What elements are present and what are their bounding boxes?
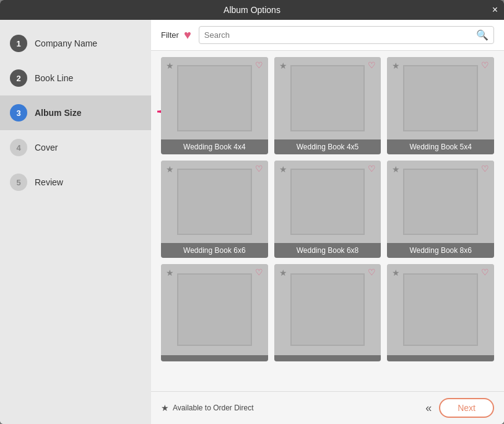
- search-input[interactable]: [204, 30, 476, 40]
- album-card-5[interactable]: ★ ♡ Wedding Book 8x6: [387, 161, 494, 258]
- step-circle-1: 1: [10, 35, 27, 52]
- album-grid: ★ ♡ Wedding Book 4x4 ★ ♡ Wedding Book 4x…: [151, 51, 504, 391]
- card-heart-7[interactable]: ♡: [368, 267, 376, 277]
- search-icon[interactable]: 🔍: [476, 29, 489, 41]
- card-star-7[interactable]: ★: [279, 268, 287, 278]
- card-star-3[interactable]: ★: [166, 164, 174, 174]
- available-star-icon: ★: [161, 403, 169, 413]
- next-button[interactable]: Next: [439, 398, 494, 418]
- card-label-4: Wedding Book 6x8: [274, 243, 381, 258]
- title-bar: Album Options ×: [0, 0, 504, 20]
- album-card-8[interactable]: ★ ♡: [387, 264, 494, 361]
- heart-filter-icon[interactable]: ♥: [184, 28, 191, 42]
- sidebar-label-3: Album Size: [35, 108, 81, 118]
- step-circle-3: 3: [10, 104, 27, 121]
- footer: ★ Available to Order Direct « Next: [151, 391, 504, 424]
- step-circle-2: 2: [10, 69, 27, 87]
- sidebar-item-company-name[interactable]: 1 Company Name: [0, 26, 151, 61]
- card-label-0: Wedding Book 4x4: [161, 139, 268, 154]
- sidebar-item-review[interactable]: 5 Review: [0, 165, 151, 200]
- filter-label: Filter: [161, 30, 179, 40]
- card-label-1: Wedding Book 4x5: [274, 139, 381, 154]
- card-label-6: [161, 355, 268, 361]
- card-heart-8[interactable]: ♡: [481, 267, 489, 277]
- sidebar-item-book-line[interactable]: 2 Book Line: [0, 61, 151, 95]
- card-star-1[interactable]: ★: [279, 61, 287, 71]
- card-star-5[interactable]: ★: [392, 164, 400, 174]
- card-heart-6[interactable]: ♡: [255, 267, 263, 277]
- card-heart-3[interactable]: ♡: [255, 164, 263, 174]
- album-card-0[interactable]: ★ ♡ Wedding Book 4x4: [161, 57, 268, 154]
- step-circle-4: 4: [10, 139, 27, 156]
- album-card-4[interactable]: ★ ♡ Wedding Book 6x8: [274, 161, 381, 258]
- sidebar-item-cover[interactable]: 4 Cover: [0, 130, 151, 165]
- card-label-2: Wedding Book 5x4: [387, 139, 494, 154]
- sidebar-item-album-size[interactable]: 3 Album Size: [0, 95, 151, 130]
- card-heart-5[interactable]: ♡: [481, 164, 489, 174]
- back-button[interactable]: «: [425, 402, 432, 415]
- card-star-8[interactable]: ★: [392, 268, 400, 278]
- album-card-1[interactable]: ★ ♡ Wedding Book 4x5: [274, 57, 381, 154]
- card-heart-1[interactable]: ♡: [368, 60, 376, 70]
- card-label-8: [387, 355, 494, 361]
- album-card-2[interactable]: ★ ♡ Wedding Book 5x4: [387, 57, 494, 154]
- search-box: 🔍: [199, 26, 494, 44]
- content-area: 1 Company Name 2 Book Line 3 Album Size: [0, 20, 504, 424]
- card-star-6[interactable]: ★: [166, 268, 174, 278]
- card-label-7: [274, 355, 381, 361]
- close-button[interactable]: ×: [492, 5, 498, 15]
- card-star-2[interactable]: ★: [392, 61, 400, 71]
- sidebar-label-1: Company Name: [35, 38, 97, 48]
- step-circle-5: 5: [10, 174, 27, 191]
- main-area: Filter ♥ 🔍 ★ ♡ Wedding Book 4x4: [151, 20, 504, 424]
- footer-nav: « Next: [425, 398, 494, 418]
- available-label: ★ Available to Order Direct: [161, 403, 254, 413]
- album-card-3[interactable]: ★ ♡ Wedding Book 6x6: [161, 161, 268, 258]
- sidebar-label-5: Review: [35, 177, 63, 187]
- card-star-0[interactable]: ★: [166, 61, 174, 71]
- sidebar-label-2: Book Line: [35, 73, 73, 83]
- toolbar: Filter ♥ 🔍: [151, 20, 504, 51]
- card-heart-4[interactable]: ♡: [368, 164, 376, 174]
- available-text: Available to Order Direct: [173, 404, 254, 412]
- card-heart-0[interactable]: ♡: [255, 60, 263, 70]
- album-card-6[interactable]: ★ ♡: [161, 264, 268, 361]
- card-label-5: Wedding Book 8x6: [387, 243, 494, 258]
- card-label-3: Wedding Book 6x6: [161, 243, 268, 258]
- main-window: Album Options × 1 Company Name 2 Book Li…: [0, 0, 504, 424]
- card-star-4[interactable]: ★: [279, 164, 287, 174]
- card-heart-2[interactable]: ♡: [481, 60, 489, 70]
- sidebar-label-4: Cover: [35, 143, 58, 152]
- sidebar: 1 Company Name 2 Book Line 3 Album Size: [0, 20, 151, 424]
- album-card-7[interactable]: ★ ♡: [274, 264, 381, 361]
- window-title: Album Options: [224, 5, 280, 15]
